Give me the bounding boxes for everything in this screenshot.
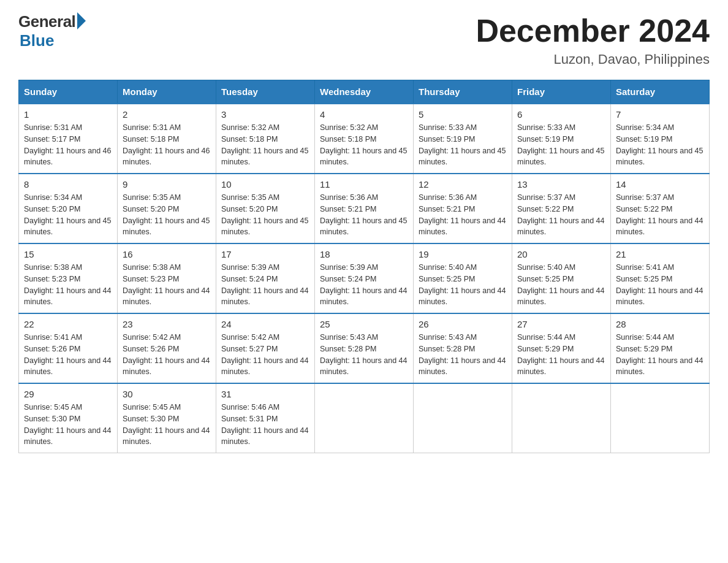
day-info: Sunrise: 5:31 AM Sunset: 5:18 PM Dayligh… [123,122,211,168]
day-info: Sunrise: 5:34 AM Sunset: 5:19 PM Dayligh… [616,122,704,168]
day-number: 29 [24,389,112,399]
day-info: Sunrise: 5:33 AM Sunset: 5:19 PM Dayligh… [517,122,605,168]
calendar-cell: 10 Sunrise: 5:35 AM Sunset: 5:20 PM Dayl… [216,174,315,243]
day-info: Sunrise: 5:40 AM Sunset: 5:25 PM Dayligh… [419,262,507,308]
day-info: Sunrise: 5:46 AM Sunset: 5:31 PM Dayligh… [221,402,309,448]
calendar-cell: 22 Sunrise: 5:41 AM Sunset: 5:26 PM Dayl… [19,313,118,383]
calendar-cell: 20 Sunrise: 5:40 AM Sunset: 5:25 PM Dayl… [512,243,611,313]
day-number: 1 [24,109,112,120]
day-info: Sunrise: 5:39 AM Sunset: 5:24 PM Dayligh… [320,262,408,308]
day-number: 18 [320,249,408,259]
calendar-cell: 11 Sunrise: 5:36 AM Sunset: 5:21 PM Dayl… [315,174,414,243]
day-info: Sunrise: 5:39 AM Sunset: 5:24 PM Dayligh… [221,262,309,308]
calendar-week-row: 8 Sunrise: 5:34 AM Sunset: 5:20 PM Dayli… [19,174,710,243]
calendar-header-sunday: Sunday [19,80,118,104]
calendar-cell: 25 Sunrise: 5:43 AM Sunset: 5:28 PM Dayl… [315,313,414,383]
day-info: Sunrise: 5:31 AM Sunset: 5:17 PM Dayligh… [24,122,112,168]
day-number: 28 [616,319,704,329]
calendar-cell: 15 Sunrise: 5:38 AM Sunset: 5:23 PM Dayl… [19,243,118,313]
calendar-cell: 3 Sunrise: 5:32 AM Sunset: 5:18 PM Dayli… [216,104,315,174]
calendar-cell: 26 Sunrise: 5:43 AM Sunset: 5:28 PM Dayl… [414,313,512,383]
page-header: General Blue December 2024 Luzon, Davao,… [18,12,710,67]
calendar-header-tuesday: Tuesday [216,80,315,104]
calendar-cell [512,383,611,453]
calendar-cell [414,383,512,453]
calendar-header-friday: Friday [512,80,611,104]
day-number: 23 [123,319,211,329]
page-title: December 2024 [476,12,710,49]
calendar-cell: 17 Sunrise: 5:39 AM Sunset: 5:24 PM Dayl… [216,243,315,313]
calendar-cell: 13 Sunrise: 5:37 AM Sunset: 5:22 PM Dayl… [512,174,611,243]
day-info: Sunrise: 5:43 AM Sunset: 5:28 PM Dayligh… [419,332,507,378]
day-info: Sunrise: 5:44 AM Sunset: 5:29 PM Dayligh… [517,332,605,378]
day-info: Sunrise: 5:45 AM Sunset: 5:30 PM Dayligh… [123,402,211,448]
day-info: Sunrise: 5:36 AM Sunset: 5:21 PM Dayligh… [320,192,408,238]
page-subtitle: Luzon, Davao, Philippines [476,52,710,67]
day-info: Sunrise: 5:36 AM Sunset: 5:21 PM Dayligh… [419,192,507,238]
day-number: 3 [221,109,309,120]
day-number: 30 [123,389,211,399]
day-number: 16 [123,249,211,259]
calendar-cell: 6 Sunrise: 5:33 AM Sunset: 5:19 PM Dayli… [512,104,611,174]
day-info: Sunrise: 5:37 AM Sunset: 5:22 PM Dayligh… [616,192,704,238]
day-number: 15 [24,249,112,259]
day-number: 5 [419,109,507,120]
day-number: 24 [221,319,309,329]
day-info: Sunrise: 5:43 AM Sunset: 5:28 PM Dayligh… [320,332,408,378]
logo: General Blue [18,12,86,50]
day-info: Sunrise: 5:41 AM Sunset: 5:25 PM Dayligh… [616,262,704,308]
day-info: Sunrise: 5:32 AM Sunset: 5:18 PM Dayligh… [221,122,309,168]
calendar-cell: 23 Sunrise: 5:42 AM Sunset: 5:26 PM Dayl… [118,313,216,383]
calendar-cell [611,383,710,453]
calendar-cell: 4 Sunrise: 5:32 AM Sunset: 5:18 PM Dayli… [315,104,414,174]
day-number: 17 [221,249,309,259]
day-number: 2 [123,109,211,120]
calendar-cell: 29 Sunrise: 5:45 AM Sunset: 5:30 PM Dayl… [19,383,118,453]
calendar-header-thursday: Thursday [414,80,512,104]
calendar-cell: 7 Sunrise: 5:34 AM Sunset: 5:19 PM Dayli… [611,104,710,174]
day-number: 26 [419,319,507,329]
day-number: 27 [517,319,605,329]
calendar-cell: 28 Sunrise: 5:44 AM Sunset: 5:29 PM Dayl… [611,313,710,383]
day-number: 22 [24,319,112,329]
calendar-cell: 18 Sunrise: 5:39 AM Sunset: 5:24 PM Dayl… [315,243,414,313]
day-number: 4 [320,109,408,120]
calendar-cell: 5 Sunrise: 5:33 AM Sunset: 5:19 PM Dayli… [414,104,512,174]
calendar-cell: 30 Sunrise: 5:45 AM Sunset: 5:30 PM Dayl… [118,383,216,453]
logo-blue-text: Blue [20,31,54,50]
day-number: 11 [320,179,408,190]
day-info: Sunrise: 5:37 AM Sunset: 5:22 PM Dayligh… [517,192,605,238]
calendar-cell: 24 Sunrise: 5:42 AM Sunset: 5:27 PM Dayl… [216,313,315,383]
day-number: 31 [221,389,309,399]
calendar-week-row: 22 Sunrise: 5:41 AM Sunset: 5:26 PM Dayl… [19,313,710,383]
day-info: Sunrise: 5:38 AM Sunset: 5:23 PM Dayligh… [24,262,112,308]
calendar-cell: 12 Sunrise: 5:36 AM Sunset: 5:21 PM Dayl… [414,174,512,243]
calendar-header-wednesday: Wednesday [315,80,414,104]
day-info: Sunrise: 5:35 AM Sunset: 5:20 PM Dayligh… [123,192,211,238]
day-info: Sunrise: 5:45 AM Sunset: 5:30 PM Dayligh… [24,402,112,448]
calendar-header-monday: Monday [118,80,216,104]
calendar-week-row: 15 Sunrise: 5:38 AM Sunset: 5:23 PM Dayl… [19,243,710,313]
calendar-table: SundayMondayTuesdayWednesdayThursdayFrid… [18,80,710,453]
calendar-cell: 21 Sunrise: 5:41 AM Sunset: 5:25 PM Dayl… [611,243,710,313]
day-number: 6 [517,109,605,120]
day-info: Sunrise: 5:41 AM Sunset: 5:26 PM Dayligh… [24,332,112,378]
day-number: 9 [123,179,211,190]
day-number: 13 [517,179,605,190]
day-info: Sunrise: 5:32 AM Sunset: 5:18 PM Dayligh… [320,122,408,168]
day-info: Sunrise: 5:44 AM Sunset: 5:29 PM Dayligh… [616,332,704,378]
day-info: Sunrise: 5:42 AM Sunset: 5:26 PM Dayligh… [123,332,211,378]
day-info: Sunrise: 5:38 AM Sunset: 5:23 PM Dayligh… [123,262,211,308]
logo-general-text: General [18,12,75,31]
title-section: December 2024 Luzon, Davao, Philippines [476,12,710,67]
day-number: 19 [419,249,507,259]
day-number: 14 [616,179,704,190]
day-number: 20 [517,249,605,259]
day-info: Sunrise: 5:35 AM Sunset: 5:20 PM Dayligh… [221,192,309,238]
calendar-cell: 8 Sunrise: 5:34 AM Sunset: 5:20 PM Dayli… [19,174,118,243]
calendar-cell: 16 Sunrise: 5:38 AM Sunset: 5:23 PM Dayl… [118,243,216,313]
day-number: 25 [320,319,408,329]
calendar-cell: 19 Sunrise: 5:40 AM Sunset: 5:25 PM Dayl… [414,243,512,313]
calendar-header-row: SundayMondayTuesdayWednesdayThursdayFrid… [19,80,710,104]
calendar-cell [315,383,414,453]
